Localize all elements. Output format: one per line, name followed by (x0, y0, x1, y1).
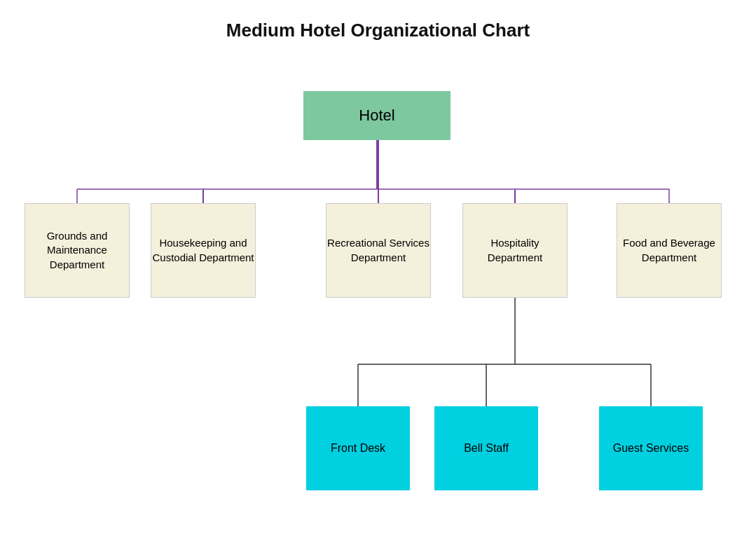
sub-frontdesk-node: Front Desk (306, 406, 410, 490)
hotel-node: Hotel (303, 91, 451, 140)
dept-grounds-node: Grounds and Maintenance Department (25, 203, 130, 298)
sub-bellstaff-node: Bell Staff (434, 406, 538, 490)
dept-grounds-label: Grounds and Maintenance Department (25, 229, 129, 272)
dept-recreational-node: Recreational Services Department (326, 203, 431, 298)
dept-hospitality-node: Hospitality Department (462, 203, 568, 298)
dept-food-node: Food and Beverage Department (617, 203, 722, 298)
dept-housekeeping-node: Housekeeping and Custodial Department (151, 203, 256, 298)
sub-frontdesk-label: Front Desk (331, 441, 385, 456)
dept-food-label: Food and Beverage Department (617, 236, 721, 265)
sub-bellstaff-label: Bell Staff (464, 441, 509, 456)
dept-hospitality-label: Hospitality Department (463, 236, 567, 265)
chart-title: Medium Hotel Organizational Chart (0, 0, 756, 41)
dept-housekeeping-label: Housekeeping and Custodial Department (151, 236, 255, 265)
dept-recreational-label: Recreational Services Department (327, 236, 430, 265)
hotel-label: Hotel (359, 105, 394, 126)
chart-container: Medium Hotel Organizational Chart Hotel (0, 0, 756, 538)
sub-guestservices-node: Guest Services (599, 406, 703, 490)
sub-guestservices-label: Guest Services (613, 441, 689, 456)
